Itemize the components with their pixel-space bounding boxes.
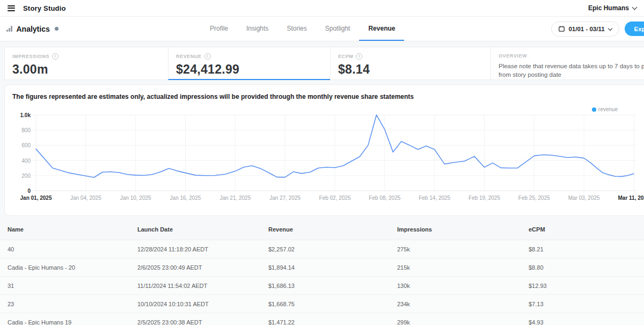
table-row[interactable]: 4012/28/2024 11:18:20 AEDT$2,257.02275k$…	[0, 240, 644, 258]
stat-card-revenue[interactable]: REVENUE$24,412.99	[168, 47, 331, 80]
chevron-down-icon	[632, 5, 638, 10]
tab-insights[interactable]: Insights	[237, 17, 277, 41]
cell-ecpm: $8.80	[529, 264, 644, 271]
x-tick-label: Feb 08, 2025	[369, 195, 400, 201]
cell-name: 40	[8, 246, 137, 252]
cell-name: Cadia - Epic Humans 19	[8, 319, 137, 325]
cell-revenue: $1,686.13	[268, 283, 397, 289]
stat-label-text: IMPRESSIONS	[12, 54, 49, 59]
cell-impressions: 215k	[397, 264, 529, 271]
x-tick-label: Feb 14, 2025	[419, 195, 450, 201]
estimates-disclaimer: The figures represented are estimates on…	[5, 85, 644, 100]
x-tick-label: Jan 10, 2025	[120, 195, 151, 201]
nav-controls: 01/01 - 03/11 Export	[551, 21, 638, 37]
tab-spotlight[interactable]: Spotlight	[316, 17, 360, 41]
top-bar: Story Studio Epic Humans	[0, 0, 644, 17]
menu-icon[interactable]	[8, 5, 15, 11]
tab-profile[interactable]: Profile	[201, 17, 237, 41]
app-title: Story Studio	[23, 4, 66, 12]
cell-revenue: $1,894.14	[268, 264, 397, 271]
cell-impressions: 275k	[397, 246, 529, 252]
stat-value: 3.00m	[12, 62, 160, 77]
stat-label-text: REVENUE	[176, 54, 202, 59]
section-title: Analytics	[17, 25, 50, 33]
x-tick-label: Jan 01, 2025	[20, 195, 52, 201]
table-row[interactable]: Cadia - Epic Humans - 202/6/2025 23:00:4…	[0, 258, 644, 277]
cell-launch-date: 12/28/2024 11:18:20 AEDT	[137, 246, 268, 252]
cell-impressions: 234k	[397, 301, 529, 307]
stat-label: REVENUE	[176, 53, 323, 60]
info-icon[interactable]	[204, 53, 211, 60]
date-range-value: 01/01 - 03/11	[568, 26, 604, 32]
stat-note: Please note that revenue data takes up t…	[499, 62, 644, 79]
tab-revenue[interactable]: Revenue	[359, 17, 404, 41]
column-header-name[interactable]: Name	[8, 226, 137, 233]
column-header-impressions[interactable]: Impressions	[397, 226, 529, 233]
legend-label: revenue	[598, 106, 618, 112]
cell-name: 31	[8, 283, 137, 289]
column-header-revenue[interactable]: Revenue	[268, 226, 397, 233]
cell-revenue: $2,257.02	[268, 246, 397, 252]
y-tick-label: 0	[7, 188, 31, 194]
x-tick-label: Feb 25, 2025	[518, 195, 550, 201]
cell-launch-date: 2/6/2025 23:00:49 AEDT	[137, 264, 268, 271]
cell-launch-date: 10/10/2024 10:10:31 AEDT	[137, 301, 268, 307]
stat-label: OVERVIEW	[499, 53, 644, 59]
stat-label: ECPM	[338, 53, 483, 60]
analytics-icon	[6, 26, 12, 32]
chevron-down-icon	[608, 26, 612, 30]
cell-revenue: $1,471.22	[268, 319, 397, 325]
stat-label-text: ECPM	[338, 54, 353, 59]
cell-name: 23	[8, 301, 137, 307]
stat-value: $24,412.99	[176, 62, 323, 77]
stats-row: IMPRESSIONS3.00mREVENUE$24,412.99ECPM$8.…	[4, 47, 644, 80]
stat-label: IMPRESSIONS	[12, 53, 160, 60]
legend-dot	[592, 107, 596, 112]
table-row[interactable]: 2310/10/2024 10:10:31 AEDT$1,668.75234k$…	[0, 295, 644, 313]
cell-ecpm: $7.13	[529, 301, 644, 307]
y-tick-label: 800	[7, 127, 31, 133]
table-row[interactable]: 3111/11/2024 11:54:02 AEDT$1,686.13130k$…	[0, 277, 644, 295]
x-tick-label: Jan 04, 2025	[70, 195, 101, 201]
x-tick-label: Mar 11, 2025	[618, 195, 644, 201]
stat-card-ecpm[interactable]: ECPM$8.14	[330, 47, 491, 80]
column-header-ecpm[interactable]: eCPM	[529, 226, 644, 233]
chart-legend: revenue	[592, 106, 618, 112]
tab-stories[interactable]: Stories	[277, 17, 316, 41]
status-dot	[55, 27, 58, 31]
y-tick-label: 200	[7, 173, 31, 179]
cell-impressions: 299k	[397, 319, 529, 325]
revenue-chart-panel: The figures represented are estimates on…	[4, 84, 644, 216]
x-tick-label: Jan 27, 2025	[269, 195, 301, 201]
x-tick-label: Feb 19, 2025	[469, 195, 500, 201]
stat-card-overview[interactable]: OVERVIEWPlease note that revenue data ta…	[491, 47, 644, 80]
cell-ecpm: $12.93	[529, 283, 644, 289]
chart-canvas	[33, 115, 637, 191]
account-name: Epic Humans	[588, 4, 629, 12]
cell-impressions: 130k	[397, 283, 529, 289]
info-icon[interactable]	[356, 53, 362, 60]
tabs: ProfileInsightsStoriesSpotlightRevenue	[201, 17, 404, 41]
date-range-picker[interactable]: 01/01 - 03/11	[551, 21, 619, 37]
stat-card-impressions[interactable]: IMPRESSIONS3.00m	[4, 47, 169, 80]
column-header-launch-date[interactable]: Launch Date	[137, 226, 268, 233]
info-icon[interactable]	[52, 53, 58, 60]
y-tick-label: 400	[7, 158, 31, 164]
table-header-row: NameLaunch DateRevenueImpressionseCPM	[0, 219, 644, 240]
cell-ecpm: $4.93	[529, 319, 644, 325]
account-switcher[interactable]: Epic Humans	[588, 4, 636, 12]
stories-table: NameLaunch DateRevenueImpressionseCPM 40…	[0, 219, 644, 325]
cell-revenue: $1,668.75	[268, 301, 397, 307]
stat-value: $8.14	[338, 62, 483, 77]
section-header: Analytics	[6, 25, 58, 33]
x-tick-label: Mar 03, 2025	[568, 195, 600, 201]
table-row[interactable]: Cadia - Epic Humans 192/5/2025 23:00:38 …	[0, 313, 644, 325]
analytics-nav: Analytics ProfileInsightsStoriesSpotligh…	[0, 17, 644, 41]
cell-launch-date: 11/11/2024 11:54:02 AEDT	[137, 283, 268, 289]
x-tick-label: Jan 21, 2025	[219, 195, 251, 201]
y-tick-label: 1.0k	[7, 112, 31, 118]
cell-ecpm: $8.21	[529, 246, 644, 252]
export-button[interactable]: Export	[625, 21, 644, 36]
cell-name: Cadia - Epic Humans - 20	[8, 264, 137, 271]
y-tick-label: 600	[7, 142, 31, 148]
